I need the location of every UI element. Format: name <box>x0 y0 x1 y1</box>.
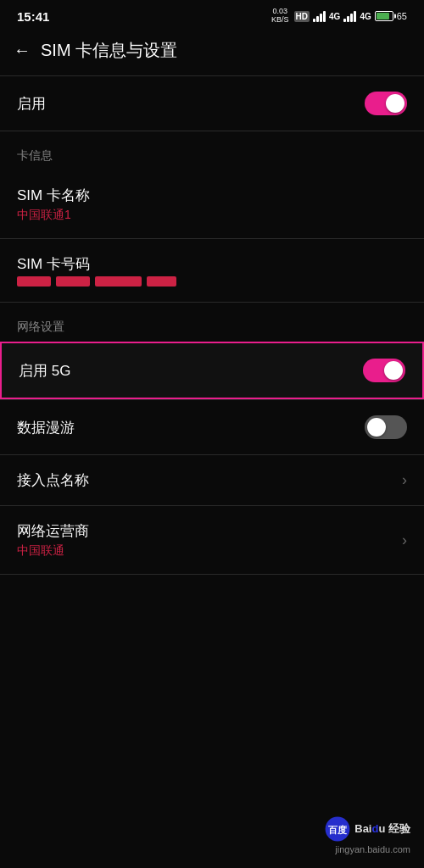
battery-fill <box>377 13 389 19</box>
sim-number-item[interactable]: SIM 卡号码 <box>0 239 424 302</box>
sim-number-content: SIM 卡号码 <box>17 254 176 287</box>
back-button[interactable]: ← <box>14 41 31 60</box>
enable-5g-item[interactable]: 启用 5G <box>0 342 424 399</box>
hd-badge: HD <box>294 11 310 22</box>
data-roaming-toggle[interactable] <box>365 415 407 439</box>
status-time: 15:41 <box>17 9 49 24</box>
apn-item[interactable]: 接入点名称 › <box>0 455 424 505</box>
data-speed-indicator: 0.03 KB/S <box>271 8 289 25</box>
mask-block-4 <box>147 276 176 287</box>
carrier-value: 中国联通 <box>17 543 89 559</box>
mask-block-3 <box>95 276 142 287</box>
signal-bars-2 <box>343 10 356 22</box>
data-roaming-item[interactable]: 数据漫游 <box>0 400 424 454</box>
status-icons: 0.03 KB/S HD 4G 4G 65 <box>271 8 407 25</box>
network-settings-header: 网络设置 <box>0 303 424 342</box>
watermark-url: jingyan.baidu.com <box>335 844 410 854</box>
toggle-knob-roaming <box>367 418 386 437</box>
signal-bar <box>354 11 356 22</box>
watermark: 百度 Baidu 经验 jingyan.baidu.com <box>324 815 410 854</box>
data-roaming-label: 数据漫游 <box>17 418 75 437</box>
signal-bar <box>350 14 353 22</box>
sim-name-item[interactable]: SIM 卡名称 中国联通1 <box>0 170 424 238</box>
carrier-label: 网络运营商 <box>17 521 89 541</box>
signal-bar <box>313 19 315 22</box>
mask-block-1 <box>17 276 51 287</box>
signal-bar <box>347 16 349 22</box>
sim-name-value: 中国联通1 <box>17 208 90 223</box>
enable-5g-label: 启用 5G <box>19 361 70 381</box>
sim-name-label: SIM 卡名称 <box>17 186 90 205</box>
baidu-icon: 百度 <box>324 815 351 843</box>
baidu-label: Baidu 经验 <box>354 821 410 837</box>
top-nav: ← SIM 卡信息与设置 <box>0 31 424 75</box>
sim-name-content: SIM 卡名称 中国联通1 <box>17 186 90 223</box>
signal-type-1: 4G <box>329 12 340 21</box>
signal-bar <box>320 14 322 22</box>
card-info-header: 卡信息 <box>0 131 424 170</box>
signal-bar <box>316 16 319 22</box>
carrier-content: 网络运营商 中国联通 <box>17 521 89 559</box>
enable-item[interactable]: 启用 <box>0 76 424 131</box>
battery-level: 65 <box>397 11 407 21</box>
divider-8 <box>0 574 424 575</box>
carrier-item[interactable]: 网络运营商 中国联通 › <box>0 506 424 574</box>
signal-bars-1 <box>313 10 326 22</box>
apn-chevron: › <box>402 471 407 489</box>
apn-label: 接入点名称 <box>17 470 89 490</box>
status-bar: 15:41 0.03 KB/S HD 4G 4G 65 <box>0 0 424 31</box>
svg-text:百度: 百度 <box>328 825 348 835</box>
mask-block-2 <box>56 276 90 287</box>
watermark-logo: 百度 Baidu 经验 <box>324 815 410 843</box>
sim-number-masked <box>17 276 176 287</box>
carrier-chevron: › <box>402 531 407 549</box>
page-title: SIM 卡信息与设置 <box>41 39 177 62</box>
battery-icon <box>375 11 393 21</box>
signal-type-2: 4G <box>360 12 371 21</box>
toggle-knob-5g <box>384 361 403 380</box>
enable-5g-toggle[interactable] <box>363 359 405 382</box>
network-settings-section: 网络设置 启用 5G 数据漫游 接入点名称 › 网络运营商 中国联通 › <box>0 303 424 575</box>
signal-bar <box>323 11 326 22</box>
card-info-section: 卡信息 SIM 卡名称 中国联通1 SIM 卡号码 <box>0 131 424 302</box>
signal-bar <box>343 19 346 22</box>
sim-number-label: SIM 卡号码 <box>17 254 176 274</box>
enable-label: 启用 <box>17 94 46 114</box>
toggle-knob <box>386 94 404 113</box>
enable-toggle[interactable] <box>365 92 407 115</box>
